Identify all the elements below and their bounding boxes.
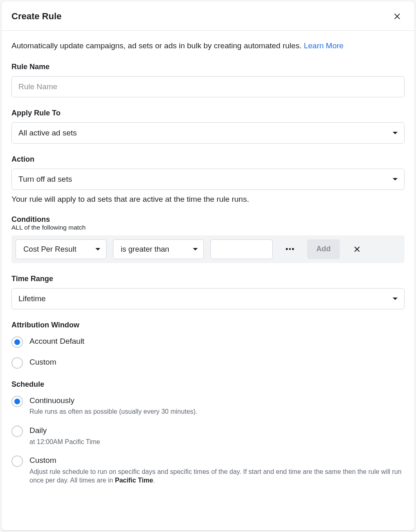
modal-title: Create Rule xyxy=(11,11,61,22)
radio-icon xyxy=(11,455,23,467)
modal-body: Automatically update campaigns, ad sets … xyxy=(2,31,414,530)
time-range-field: Time Range Lifetime xyxy=(11,275,405,309)
time-range-value: Lifetime xyxy=(18,294,46,303)
radio-icon xyxy=(11,396,23,407)
condition-value-wrap[interactable] xyxy=(210,239,273,259)
close-button[interactable] xyxy=(390,9,405,24)
condition-more-button[interactable] xyxy=(279,239,301,259)
condition-operator-select[interactable]: is greater than xyxy=(113,239,204,259)
close-icon xyxy=(353,246,361,253)
action-field: Action Turn off ad sets xyxy=(11,155,405,190)
conditions-label: Conditions xyxy=(11,215,405,224)
action-label: Action xyxy=(11,155,405,164)
time-range-select[interactable]: Lifetime xyxy=(11,288,405,309)
schedule-custom-desc: Adjust rule schedule to run on specific … xyxy=(29,467,405,485)
attribution-field: Attribution Window Account Default Custo… xyxy=(11,321,405,369)
radio-icon xyxy=(11,336,23,348)
action-value: Turn off ad sets xyxy=(18,175,72,184)
condition-metric-value: Cost Per Result xyxy=(23,245,77,254)
schedule-custom-label: Custom xyxy=(29,455,405,466)
action-helper: Your rule will apply to ad sets that are… xyxy=(11,195,405,204)
conditions-sublabel: ALL of the following match xyxy=(11,224,405,231)
apply-to-value: All active ad sets xyxy=(18,128,77,138)
attribution-custom-label: Custom xyxy=(29,357,56,367)
condition-value-input[interactable] xyxy=(211,240,272,259)
radio-icon xyxy=(11,426,23,437)
intro-text: Automatically update campaigns, ad sets … xyxy=(11,41,405,51)
rule-name-label: Rule Name xyxy=(11,63,405,71)
condition-operator-value: is greater than xyxy=(121,245,169,254)
attribution-radio-custom[interactable]: Custom xyxy=(11,357,405,369)
learn-more-link[interactable]: Learn More xyxy=(304,41,344,50)
schedule-radio-group: Continuously Rule runs as often as possi… xyxy=(11,395,405,485)
attribution-label: Attribution Window xyxy=(11,321,405,329)
apply-to-select[interactable]: All active ad sets xyxy=(11,122,405,144)
rule-name-field: Rule Name xyxy=(11,63,405,97)
attribution-radio-default[interactable]: Account Default xyxy=(11,336,405,348)
schedule-daily-desc: at 12:00AM Pacific Time xyxy=(29,437,100,446)
rule-name-input-wrap[interactable] xyxy=(11,76,405,97)
create-rule-modal: Create Rule Automatically update campaig… xyxy=(2,2,414,530)
more-icon xyxy=(286,248,294,250)
close-icon xyxy=(393,12,401,20)
attribution-radio-group: Account Default Custom xyxy=(11,336,405,369)
modal-header: Create Rule xyxy=(2,2,414,31)
schedule-continuous-desc: Rule runs as often as possible (usually … xyxy=(29,407,197,416)
chevron-down-icon xyxy=(393,298,398,300)
radio-icon xyxy=(11,357,23,369)
schedule-radio-daily[interactable]: Daily at 12:00AM Pacific Time xyxy=(11,425,405,446)
attribution-default-label: Account Default xyxy=(29,336,84,347)
schedule-field: Schedule Continuously Rule runs as often… xyxy=(11,380,405,485)
chevron-down-icon xyxy=(393,178,398,180)
rule-name-input[interactable] xyxy=(18,77,398,97)
chevron-down-icon xyxy=(193,248,198,250)
condition-remove-button[interactable] xyxy=(346,239,368,259)
schedule-daily-label: Daily xyxy=(29,425,100,436)
conditions-field: Conditions ALL of the following match Co… xyxy=(11,215,405,263)
schedule-radio-continuous[interactable]: Continuously Rule runs as often as possi… xyxy=(11,395,405,416)
chevron-down-icon xyxy=(393,132,398,134)
schedule-label: Schedule xyxy=(11,380,405,389)
intro-span: Automatically update campaigns, ad sets … xyxy=(11,41,304,50)
apply-to-field: Apply Rule To All active ad sets xyxy=(11,109,405,144)
condition-row: Cost Per Result is greater than Add xyxy=(11,235,405,263)
time-range-label: Time Range xyxy=(11,275,405,283)
chevron-down-icon xyxy=(95,248,100,250)
condition-add-button[interactable]: Add xyxy=(307,239,340,259)
schedule-continuous-label: Continuously xyxy=(29,395,197,406)
condition-metric-select[interactable]: Cost Per Result xyxy=(16,239,106,259)
action-select[interactable]: Turn off ad sets xyxy=(11,169,405,190)
schedule-radio-custom[interactable]: Custom Adjust rule schedule to run on sp… xyxy=(11,455,405,485)
apply-to-label: Apply Rule To xyxy=(11,109,405,117)
